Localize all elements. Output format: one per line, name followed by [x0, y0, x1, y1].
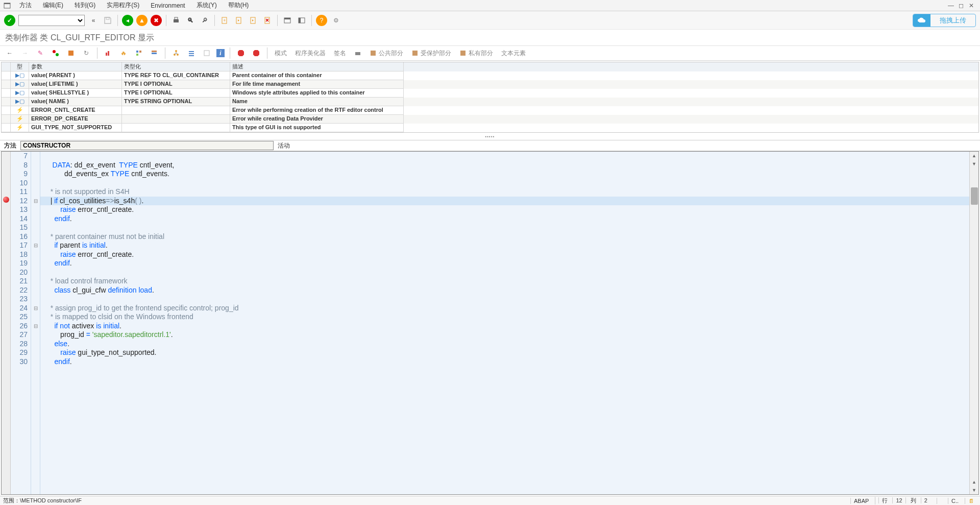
table-row[interactable]: ⚡ERROR_DP_CREATEError while creating Dat…	[2, 115, 978, 124]
tree2-icon[interactable]	[186, 47, 197, 59]
layout1-icon[interactable]	[282, 15, 293, 26]
svg-rect-23	[152, 53, 157, 54]
method-status: 活动	[274, 141, 294, 150]
doc-left-icon[interactable]	[233, 15, 244, 26]
menu-utilities[interactable]: 实用程序(S)	[102, 0, 144, 11]
protected-section-label[interactable]: 受保护部分	[409, 49, 453, 58]
table-row[interactable]: ▶▢value( SHELLSTYLE )TYPE I OPTIONALWind…	[2, 89, 978, 98]
table-row[interactable]: ⚡GUI_TYPE_NOT_SUPPORTEDThis type of GUI …	[2, 124, 978, 132]
table-row[interactable]: ▶▢value( PARENT )TYPE REF TO CL_GUI_CONT…	[2, 71, 978, 80]
inactive-icon[interactable]	[65, 47, 77, 59]
horizontal-splitter[interactable]: ▪▪▪▪▪	[0, 133, 980, 140]
nav-back-icon[interactable]: ←	[4, 47, 15, 59]
new-session-icon[interactable]: +	[219, 15, 230, 26]
print2-icon[interactable]	[352, 47, 363, 59]
menu-environment[interactable]: Environment	[145, 1, 190, 10]
layout2-icon[interactable]	[296, 15, 307, 26]
method-label: 方法	[0, 141, 20, 150]
table-row[interactable]: ▶▢value( NAME )TYPE STRING OPTIONALName	[2, 98, 978, 106]
svg-rect-3	[174, 19, 179, 22]
print-icon[interactable]	[170, 15, 182, 26]
svg-rect-27	[189, 51, 194, 52]
window-controls: ― ◻ ✕	[947, 2, 977, 9]
maximize-icon[interactable]: ◻	[958, 2, 965, 9]
beautifier-label[interactable]: 程序美化器	[293, 49, 328, 58]
parameters-table: 型 参数 类型化 描述 ▶▢value( PARENT )TYPE REF TO…	[1, 62, 979, 133]
table-row[interactable]: ▶▢value( LIFETIME )TYPE I OPTIONALFor li…	[2, 80, 978, 89]
table-row[interactable]: ⚡ERROR_CNTL_CREATEError while performing…	[2, 106, 978, 115]
box-icon[interactable]	[201, 47, 212, 59]
breakpoint-gutter[interactable]	[2, 152, 11, 494]
save-icon[interactable]	[102, 15, 113, 26]
back-button[interactable]: ◂	[122, 15, 133, 26]
col-type: 型	[11, 62, 29, 71]
app-toolbar: ← → ✎ ↻ 🔥︎ i 模式 程序美化器 签名 公共部分 受保护部分 私有部分…	[0, 45, 980, 61]
nav-forward-icon[interactable]: →	[19, 47, 31, 59]
cancel-button[interactable]: ✖	[151, 15, 162, 26]
menu-edit[interactable]: 编辑(E)	[38, 0, 68, 11]
system-menu-icon[interactable]	[3, 2, 11, 10]
table-header-row: 型 参数 类型化 描述	[2, 62, 978, 71]
settings-icon[interactable]: ⚙	[330, 15, 341, 26]
public-section-label[interactable]: 公共部分	[368, 49, 405, 58]
display-object-list-icon[interactable]	[149, 47, 160, 59]
tree1-icon[interactable]	[170, 47, 182, 59]
svg-rect-34	[371, 51, 376, 56]
command-field[interactable]	[18, 15, 85, 26]
svg-rect-1	[4, 3, 10, 4]
collapse-icon[interactable]: «	[88, 15, 99, 26]
upload-dropzone[interactable]: 拖拽上传	[913, 14, 976, 27]
menu-goto[interactable]: 转到(G)	[69, 0, 101, 11]
scroll-up-icon[interactable]: ▲	[970, 152, 978, 160]
status-icon[interactable]: 📄︎	[965, 498, 977, 504]
scroll-up-small-icon[interactable]: ▲	[970, 478, 978, 486]
minimize-icon[interactable]: ―	[947, 2, 954, 9]
svg-point-15	[56, 53, 59, 56]
stop1-icon[interactable]	[235, 47, 247, 59]
method-name-field[interactable]	[20, 141, 274, 150]
enter-button[interactable]: ✓	[4, 15, 15, 26]
scrollbar-thumb[interactable]	[971, 187, 978, 205]
code-editor[interactable]: 7891011121314151617181920212223242526272…	[1, 151, 979, 495]
svg-rect-4	[175, 17, 178, 19]
svg-rect-16	[68, 51, 74, 56]
doc-cancel-icon[interactable]	[262, 15, 273, 26]
help-button[interactable]: ?	[316, 15, 327, 26]
activate-icon[interactable]: 🔥︎	[118, 47, 129, 59]
text-elements-label[interactable]: 文本元素	[499, 49, 528, 58]
scroll-down-icon[interactable]: ▼	[970, 486, 978, 494]
exit-button[interactable]: ▲	[136, 15, 148, 26]
find-icon[interactable]: 🔍︎	[185, 15, 196, 26]
scroll-down-small-icon[interactable]: ▼	[970, 160, 978, 168]
menu-help[interactable]: 帮助(H)	[223, 0, 254, 11]
doc-right-icon[interactable]	[248, 15, 259, 26]
other-object-icon[interactable]	[50, 47, 61, 59]
svg-rect-18	[108, 51, 109, 56]
info-icon[interactable]: i	[216, 49, 225, 57]
check-icon[interactable]	[103, 47, 114, 59]
refresh-icon[interactable]: ↻	[81, 47, 92, 59]
svg-point-24	[175, 50, 177, 52]
status-position: 行 12 列 2	[875, 497, 934, 504]
fold-gutter[interactable]: ⊟⊟⊟⊟	[31, 152, 40, 494]
close-icon[interactable]: ✕	[968, 2, 975, 9]
status-bar: 范围：\METHOD constructor\IF ABAP 行 12 列 2 …	[0, 496, 980, 505]
display-change-icon[interactable]: ✎	[35, 47, 46, 59]
line-number-gutter: 7891011121314151617181920212223242526272…	[11, 152, 31, 494]
method-header: 方法 活动	[0, 140, 980, 151]
svg-rect-22	[152, 51, 157, 52]
breakpoint-icon[interactable]	[3, 197, 9, 203]
menu-system[interactable]: 系统(Y)	[191, 0, 222, 11]
code-area[interactable]: DATA: dd_ex_event TYPE cntl_event, dd_ev…	[40, 152, 969, 494]
svg-rect-11	[284, 18, 290, 19]
private-section-label[interactable]: 私有部分	[457, 49, 495, 58]
stop2-icon[interactable]	[251, 47, 262, 59]
mode-label[interactable]: 模式	[273, 49, 289, 58]
menu-method[interactable]: 方法	[14, 0, 37, 11]
vertical-scrollbar[interactable]: ▲ ▼ ▲ ▼	[969, 152, 978, 494]
where-used-icon[interactable]	[133, 47, 144, 59]
find-next-icon[interactable]: 🔎︎	[199, 15, 210, 26]
svg-marker-31	[238, 50, 244, 56]
svg-rect-28	[189, 53, 194, 54]
signature-label[interactable]: 签名	[332, 49, 348, 58]
